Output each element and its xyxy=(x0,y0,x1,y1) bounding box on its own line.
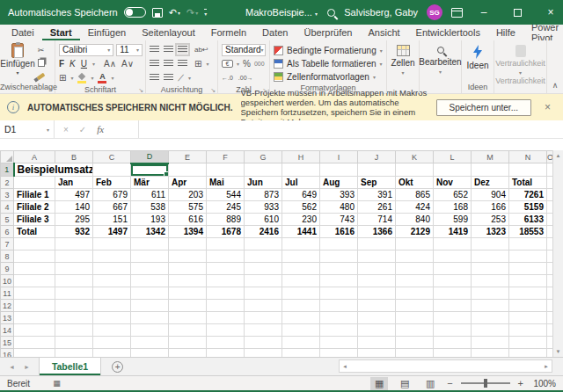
cell-L13[interactable] xyxy=(434,312,472,324)
column-header-B[interactable]: B xyxy=(55,151,93,163)
cell-K5[interactable]: 840 xyxy=(396,214,434,226)
avatar[interactable]: SG xyxy=(427,4,442,20)
cell-B2[interactable]: Jan xyxy=(55,177,93,189)
cell-N9[interactable] xyxy=(509,263,547,275)
cell-B8[interactable] xyxy=(55,250,93,263)
cell-L15[interactable] xyxy=(434,337,472,349)
ribbon-tab-daten[interactable]: Daten xyxy=(254,25,296,40)
cell-M10[interactable] xyxy=(472,275,509,287)
ribbon-tab-datei[interactable]: Datei xyxy=(4,25,42,40)
cell-K2[interactable]: Okt xyxy=(396,177,434,189)
cell-J9[interactable] xyxy=(358,263,396,275)
cell-H13[interactable] xyxy=(282,312,320,324)
cell-A6[interactable]: Total xyxy=(14,226,55,238)
cell-L14[interactable] xyxy=(434,324,472,337)
cell-K4[interactable]: 424 xyxy=(396,201,434,214)
cell-H15[interactable] xyxy=(282,337,320,349)
minimize-button[interactable]: – xyxy=(472,0,496,25)
cell-E6[interactable]: 1394 xyxy=(169,226,207,238)
cell-B14[interactable] xyxy=(55,324,93,337)
cell-G10[interactable] xyxy=(245,275,282,287)
cell-N14[interactable] xyxy=(509,324,547,337)
cell-J12[interactable] xyxy=(358,300,396,312)
cell-N7[interactable] xyxy=(509,238,547,250)
cell-B12[interactable] xyxy=(55,300,93,312)
cell-I3[interactable]: 393 xyxy=(320,189,358,201)
cell-F7[interactable] xyxy=(207,238,245,250)
cell-B3[interactable]: 497 xyxy=(55,189,93,201)
row-header-2[interactable]: 2 xyxy=(1,177,14,189)
cell-M5[interactable]: 253 xyxy=(472,214,509,226)
ribbon-tab-start[interactable]: Start xyxy=(42,25,80,40)
cell-J7[interactable] xyxy=(358,238,396,250)
cancel-entry-icon[interactable]: × xyxy=(63,125,69,134)
cell-I8[interactable] xyxy=(320,250,358,263)
cell-D8[interactable] xyxy=(131,250,169,263)
decrease-decimal-button[interactable]: .00→ xyxy=(238,75,253,81)
cell-G7[interactable] xyxy=(245,238,282,250)
cell-M7[interactable] xyxy=(472,238,509,250)
row-header-4[interactable]: 4 xyxy=(1,201,14,214)
cell-L10[interactable] xyxy=(434,275,472,287)
cell-N3[interactable]: 7261 xyxy=(509,189,547,201)
cell-I13[interactable] xyxy=(320,312,358,324)
cell-M4[interactable]: 166 xyxy=(472,201,509,214)
cell-F3[interactable]: 544 xyxy=(207,189,245,201)
column-header-C[interactable]: C xyxy=(93,151,131,163)
cell-B11[interactable] xyxy=(55,287,93,300)
underline-dropdown-icon[interactable]: ▾ xyxy=(92,61,95,67)
ideas-button[interactable]: Ideen xyxy=(462,40,494,82)
cell-M13[interactable] xyxy=(472,312,509,324)
thousands-separator-button[interactable]: 000 xyxy=(254,61,265,67)
cell-I4[interactable]: 480 xyxy=(320,201,358,214)
font-color-icon[interactable]: A xyxy=(98,73,106,83)
decrease-indent-icon[interactable] xyxy=(150,74,159,82)
normal-view-icon[interactable]: ▦ xyxy=(370,377,388,390)
row-header-8[interactable]: 8 xyxy=(1,250,14,263)
cell-I2[interactable]: Aug xyxy=(320,177,358,189)
worksheet-grid[interactable]: ABCDEFGHIJKLMNO1Beispielumsatz2JanFebMär… xyxy=(0,150,563,357)
align-bottom-icon[interactable] xyxy=(178,46,187,54)
orientation-button[interactable]: ⟋ xyxy=(178,73,184,83)
style-item-1[interactable]: Bedingte Formatierung▾ xyxy=(274,44,384,56)
align-right-icon[interactable] xyxy=(178,60,187,68)
cell-K7[interactable] xyxy=(396,238,434,250)
column-header-D[interactable]: D xyxy=(131,151,169,163)
select-all-button[interactable] xyxy=(1,151,14,163)
clipboard-dialog-launcher-icon[interactable]: ↘ xyxy=(48,86,53,91)
cell-K10[interactable] xyxy=(396,275,434,287)
cell-L1[interactable] xyxy=(434,163,472,177)
cell-E4[interactable]: 575 xyxy=(169,201,207,214)
row-header-9[interactable]: 9 xyxy=(1,263,14,275)
cell-I10[interactable] xyxy=(320,275,358,287)
confirm-entry-icon[interactable]: ✓ xyxy=(79,125,86,134)
warning-close-icon[interactable]: × xyxy=(539,101,556,113)
number-dialog-launcher-icon[interactable]: ↘ xyxy=(262,88,267,93)
cell-M8[interactable] xyxy=(472,250,509,263)
cell-D15[interactable] xyxy=(131,337,169,349)
save-icon[interactable] xyxy=(152,8,163,18)
cell-M1[interactable] xyxy=(472,163,509,177)
ribbon-tab-entwicklertools[interactable]: Entwicklertools xyxy=(408,25,488,40)
cell-A8[interactable] xyxy=(14,250,55,263)
cell-F10[interactable] xyxy=(207,275,245,287)
fill-color-dropdown-icon[interactable]: ▾ xyxy=(91,75,93,81)
ribbon-tab-ansicht[interactable]: Ansicht xyxy=(360,25,407,40)
cell-J5[interactable]: 714 xyxy=(358,214,396,226)
format-painter-button[interactable] xyxy=(34,70,48,82)
cell-N11[interactable] xyxy=(509,287,547,300)
row-header-10[interactable]: 10 xyxy=(1,275,14,287)
cell-K9[interactable] xyxy=(396,263,434,275)
cell-F4[interactable]: 245 xyxy=(207,201,245,214)
align-top-icon[interactable] xyxy=(150,46,159,54)
cell-L7[interactable] xyxy=(434,238,472,250)
cell-C3[interactable]: 679 xyxy=(93,189,131,201)
cell-N1[interactable] xyxy=(509,163,547,177)
customize-quick-access-icon[interactable]: ▾ xyxy=(204,9,207,17)
cell-K13[interactable] xyxy=(396,312,434,324)
cell-D14[interactable] xyxy=(131,324,169,337)
cell-G13[interactable] xyxy=(245,312,282,324)
cell-A7[interactable] xyxy=(14,238,55,250)
redo-button[interactable]: ↷▾ xyxy=(186,7,198,18)
cell-A11[interactable] xyxy=(14,287,55,300)
